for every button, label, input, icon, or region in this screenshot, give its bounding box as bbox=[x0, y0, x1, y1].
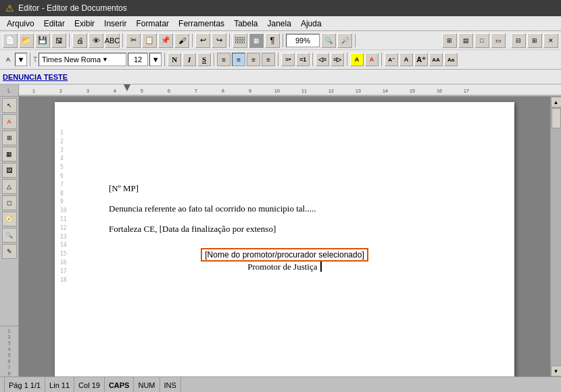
tool-text[interactable]: A bbox=[2, 114, 17, 129]
menu-editar[interactable]: Editar bbox=[40, 18, 69, 30]
scroll-thumb[interactable] bbox=[552, 108, 561, 128]
font-size-normal-button[interactable]: A bbox=[399, 53, 413, 66]
document-page: 123456789101112131415161718 [Nº MP] Denu… bbox=[55, 102, 514, 376]
paste-button[interactable]: 📌 bbox=[158, 33, 173, 48]
font-size-small-button[interactable]: A⁻ bbox=[385, 53, 398, 66]
status-col: Col 19 bbox=[74, 377, 105, 392]
sep-f7 bbox=[381, 53, 382, 66]
svg-text:13: 13 bbox=[356, 89, 361, 93]
sep-f5 bbox=[312, 53, 313, 66]
zoom-input[interactable]: 99% bbox=[286, 34, 320, 47]
sep-f3 bbox=[214, 53, 214, 66]
document-area[interactable]: 123456789101112131415161718 [Nº MP] Denu… bbox=[19, 97, 550, 376]
format-paint-button[interactable]: 🖌 bbox=[174, 33, 189, 48]
font-size-xlarge-button[interactable]: AA bbox=[429, 53, 443, 66]
copy-button[interactable]: 📋 bbox=[142, 33, 157, 48]
status-page: Pág 1 1/1 bbox=[4, 377, 45, 392]
font-size-display[interactable]: 12 bbox=[128, 53, 148, 66]
tool-select[interactable]: ↖ bbox=[2, 98, 17, 113]
tool-extra[interactable]: ✎ bbox=[2, 244, 17, 259]
menu-tabela[interactable]: Tabela bbox=[230, 18, 262, 30]
list-ordered-button[interactable]: ≡1 bbox=[296, 53, 310, 66]
tool-zoom[interactable]: 🔍 bbox=[2, 228, 17, 243]
italic-button[interactable]: I bbox=[182, 53, 196, 66]
menu-exibir[interactable]: Exibir bbox=[70, 18, 99, 30]
font-size-large-button[interactable]: A⁺ bbox=[414, 53, 428, 66]
menu-ferramentas[interactable]: Ferramentas bbox=[174, 18, 228, 30]
highlight-button[interactable]: A bbox=[350, 53, 364, 66]
font-size-arrow[interactable]: ▼ bbox=[149, 53, 162, 66]
redo-button[interactable]: ↪ bbox=[212, 33, 226, 48]
align-justify-button[interactable]: ≡ bbox=[262, 53, 275, 66]
table-button[interactable] bbox=[233, 33, 247, 48]
align-right-button[interactable]: ≡ bbox=[247, 53, 260, 66]
preview-button[interactable]: 👁 bbox=[89, 33, 103, 48]
tool-table[interactable]: ▦ bbox=[2, 147, 17, 162]
table2-button[interactable]: ▦ bbox=[249, 33, 264, 48]
tool-image[interactable]: 🖼 bbox=[2, 163, 17, 178]
undo-button[interactable]: ↩ bbox=[195, 33, 210, 48]
font-name-display[interactable]: Times New Roma ▼ bbox=[39, 53, 126, 66]
separator3 bbox=[192, 34, 193, 47]
title-bar: ⚠ Editor - Editor de Documentos bbox=[0, 0, 561, 16]
view4-button[interactable]: ▭ bbox=[491, 33, 506, 48]
view2-button[interactable]: ▤ bbox=[458, 33, 473, 48]
list-unordered-button[interactable]: ≡• bbox=[281, 53, 295, 66]
font-size-xxlarge-button[interactable]: Aa bbox=[444, 53, 458, 66]
svg-text:8: 8 bbox=[222, 89, 224, 93]
window3-button[interactable]: ✕ bbox=[543, 33, 558, 48]
cut-button[interactable]: ✂ bbox=[126, 33, 141, 48]
save-remote-button[interactable]: 🖫 bbox=[51, 33, 66, 48]
underline-button[interactable]: S bbox=[197, 53, 211, 66]
menu-janela[interactable]: Janela bbox=[264, 18, 295, 30]
svg-text:14: 14 bbox=[383, 89, 388, 93]
separator2 bbox=[122, 34, 123, 47]
bold-button[interactable]: N bbox=[168, 53, 181, 66]
tool-field[interactable]: ⊞ bbox=[2, 130, 17, 145]
title-text: Editor - Editor de Documentos bbox=[18, 3, 127, 13]
window2-button[interactable]: ⊞ bbox=[527, 33, 542, 48]
svg-text:2: 2 bbox=[59, 89, 62, 93]
indent-button[interactable]: ≡▷ bbox=[331, 53, 344, 66]
font-icon: T bbox=[33, 56, 37, 64]
ruler-corner: L bbox=[0, 84, 19, 97]
scroll-track bbox=[551, 107, 562, 366]
menu-ajuda[interactable]: Ajuda bbox=[297, 18, 326, 30]
align-left-button[interactable]: ≡ bbox=[217, 53, 230, 66]
font-color-button[interactable]: A bbox=[365, 53, 379, 66]
svg-text:5: 5 bbox=[141, 89, 143, 93]
spell-button[interactable]: ABC bbox=[105, 33, 120, 48]
scroll-down-button[interactable]: ▼ bbox=[551, 366, 562, 376]
toolbars: 📄 📂 💾 🖫 🖨 👁 ABC ✂ 📋 📌 🖌 ↩ ↪ ▦ ¶ 99% 🔍 🔎 bbox=[0, 31, 561, 70]
tool-shape[interactable]: ◻ bbox=[2, 195, 17, 210]
doc-para-1: [Nº MP] bbox=[109, 183, 460, 194]
status-bar: Pág 1 1/1 Lin 11 Col 19 CAPS NUM INS bbox=[0, 376, 561, 392]
menu-inserir[interactable]: Inserir bbox=[100, 18, 130, 30]
tool-navigator[interactable]: 🧭 bbox=[2, 212, 17, 226]
svg-text:17: 17 bbox=[464, 89, 469, 93]
style-select-arrow[interactable]: ▼ bbox=[15, 53, 27, 66]
doc-sub-field: Promotor de Justiça bbox=[247, 262, 322, 272]
svg-marker-18 bbox=[124, 84, 130, 91]
tool-draw[interactable]: △ bbox=[2, 179, 17, 194]
zoom-down-button[interactable]: 🔍 bbox=[321, 33, 336, 48]
view3-button[interactable]: □ bbox=[474, 33, 489, 48]
view1-button[interactable]: ⊞ bbox=[442, 33, 457, 48]
scroll-up-button[interactable]: ▲ bbox=[551, 97, 562, 107]
menu-formatar[interactable]: Formatar bbox=[132, 18, 173, 30]
align-center-button[interactable]: ≡ bbox=[232, 53, 245, 66]
outdent-button[interactable]: ◁≡ bbox=[316, 53, 329, 66]
left-sidebar: ↖ A ⊞ ▦ 🖼 △ ◻ 🧭 🔍 ✎ 12345678 bbox=[0, 97, 19, 376]
print-button[interactable]: 🖨 bbox=[72, 33, 87, 48]
svg-text:11: 11 bbox=[301, 89, 307, 93]
new-button[interactable]: 📄 bbox=[3, 33, 18, 48]
doc-signature-block: [Nome do promotor/procurador selecionado… bbox=[109, 248, 460, 272]
window1-button[interactable]: ⊟ bbox=[511, 33, 526, 48]
save-button[interactable]: 💾 bbox=[35, 33, 50, 48]
style-name[interactable]: DENUNCIA TESTE bbox=[3, 73, 68, 81]
ruler: 1 2 3 4 5 6 7 8 9 10 11 12 13 14 15 16 1… bbox=[19, 84, 561, 97]
paragraph-button[interactable]: ¶ bbox=[265, 33, 280, 48]
zoom-up-button[interactable]: 🔎 bbox=[337, 33, 352, 48]
open-button[interactable]: 📂 bbox=[19, 33, 34, 48]
menu-arquivo[interactable]: Arquivo bbox=[3, 18, 39, 30]
